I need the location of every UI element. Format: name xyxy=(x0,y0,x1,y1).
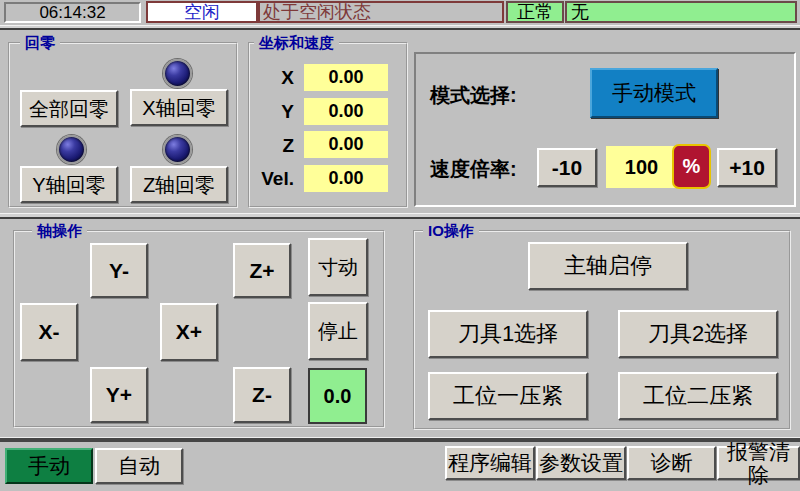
state-message-field: 处于空闲状态 xyxy=(258,1,504,23)
clock-display: 06:14:32 xyxy=(4,2,141,23)
coord-x-value: 0.00 xyxy=(304,64,388,91)
coords-group-title: 坐标和速度 xyxy=(254,33,339,53)
spindle-label: 主轴启停 xyxy=(564,254,652,278)
tool1-select-button[interactable]: 刀具1选择 xyxy=(428,310,588,358)
topbar-divider xyxy=(0,25,800,30)
program-edit-button[interactable]: 程序编辑 xyxy=(445,446,535,480)
state-message-text: 处于空闲状态 xyxy=(263,0,371,24)
alarm-message-field: 无 xyxy=(565,1,797,23)
clock-text: 06:14:32 xyxy=(39,3,105,23)
tool1-label: 刀具1选择 xyxy=(458,322,558,346)
alarm-clear-button[interactable]: 报警清除 xyxy=(717,446,800,480)
z-home-led-indicator xyxy=(163,135,192,164)
axis-group-title: 轴操作 xyxy=(32,221,87,241)
z-plus-label: Z+ xyxy=(249,259,274,282)
override-value-field: 100 xyxy=(606,146,677,188)
run-state-field: 空闲 xyxy=(146,1,258,23)
bottom-divider xyxy=(0,437,800,442)
z-plus-button[interactable]: Z+ xyxy=(233,243,291,298)
z-minus-button[interactable]: Z- xyxy=(233,367,291,423)
jog-label: 寸动 xyxy=(318,256,358,278)
velocity-label: Vel. xyxy=(245,165,300,192)
clamp1-label: 工位一压紧 xyxy=(453,384,563,408)
x-home-led-indicator xyxy=(163,59,192,88)
coord-y-label: Y xyxy=(250,98,300,125)
y-plus-label: Y+ xyxy=(106,383,132,406)
station2-clamp-button[interactable]: 工位二压紧 xyxy=(618,372,778,420)
home-y-button[interactable]: Y轴回零 xyxy=(20,166,118,203)
alarm-level-field: 正常 xyxy=(506,1,564,23)
manual-tab-label: 手动 xyxy=(28,452,70,480)
run-state-text: 空闲 xyxy=(184,0,220,24)
override-label: 速度倍率: xyxy=(430,156,540,182)
home-y-label: Y轴回零 xyxy=(32,174,105,196)
mode-select-label: 模式选择: xyxy=(430,82,540,108)
spindle-button[interactable]: 主轴启停 xyxy=(528,242,688,290)
y-minus-button[interactable]: Y- xyxy=(90,243,148,298)
manual-tab-button[interactable]: 手动 xyxy=(5,448,93,484)
override-plus-button[interactable]: +10 xyxy=(717,148,777,187)
program-edit-label: 程序编辑 xyxy=(448,451,532,474)
mode-button-label: 手动模式 xyxy=(612,79,696,107)
coord-y-value: 0.00 xyxy=(304,98,388,125)
coord-z-label: Z xyxy=(250,132,300,159)
x-plus-label: X+ xyxy=(176,320,202,343)
homing-group-title: 回零 xyxy=(20,33,60,53)
override-minus-label: -10 xyxy=(552,156,582,179)
home-z-label: Z轴回零 xyxy=(143,174,215,196)
io-group-title: IO操作 xyxy=(423,221,479,241)
override-minus-button[interactable]: -10 xyxy=(537,148,597,187)
x-minus-label: X- xyxy=(39,320,60,343)
stop-button[interactable]: 停止 xyxy=(308,302,368,360)
alarm-level-text: 正常 xyxy=(517,0,553,24)
mode-button[interactable]: 手动模式 xyxy=(590,68,718,118)
home-z-button[interactable]: Z轴回零 xyxy=(130,166,228,203)
coord-x-label: X xyxy=(250,64,300,91)
y-home-led-indicator xyxy=(57,135,86,164)
param-setting-button[interactable]: 参数设置 xyxy=(536,446,626,480)
auto-tab-label: 自动 xyxy=(118,454,160,477)
home-all-button[interactable]: 全部回零 xyxy=(20,90,118,127)
diagnosis-label: 诊断 xyxy=(651,451,693,474)
tool2-label: 刀具2选择 xyxy=(648,322,748,346)
clamp2-label: 工位二压紧 xyxy=(643,384,753,408)
home-x-button[interactable]: X轴回零 xyxy=(130,89,228,126)
y-plus-button[interactable]: Y+ xyxy=(90,367,148,423)
alarm-message-text: 无 xyxy=(571,0,589,24)
y-minus-label: Y- xyxy=(109,259,129,282)
jog-step-field[interactable]: 0.0 xyxy=(308,368,367,424)
param-setting-label: 参数设置 xyxy=(539,451,623,474)
stop-label: 停止 xyxy=(318,320,358,342)
home-all-label: 全部回零 xyxy=(29,98,109,120)
auto-tab-button[interactable]: 自动 xyxy=(95,448,183,484)
tool2-select-button[interactable]: 刀具2选择 xyxy=(618,310,778,358)
x-plus-button[interactable]: X+ xyxy=(160,303,218,361)
velocity-value: 0.00 xyxy=(304,165,388,192)
coord-z-value: 0.00 xyxy=(304,131,388,158)
override-unit-badge: % xyxy=(672,144,711,189)
hmi-screen: 06:14:32 空闲 处于空闲状态 正常 无 回零 全部回零 X轴回零 Y轴回… xyxy=(0,0,800,491)
x-minus-button[interactable]: X- xyxy=(20,303,78,361)
alarm-clear-label: 报警清除 xyxy=(719,440,798,486)
jog-button[interactable]: 寸动 xyxy=(308,238,368,296)
z-minus-label: Z- xyxy=(252,383,272,406)
override-plus-label: +10 xyxy=(729,156,765,179)
diagnosis-button[interactable]: 诊断 xyxy=(627,446,716,480)
jog-step-value: 0.0 xyxy=(324,385,352,408)
middle-divider xyxy=(0,213,800,219)
home-x-label: X轴回零 xyxy=(142,97,215,119)
station1-clamp-button[interactable]: 工位一压紧 xyxy=(428,372,588,420)
